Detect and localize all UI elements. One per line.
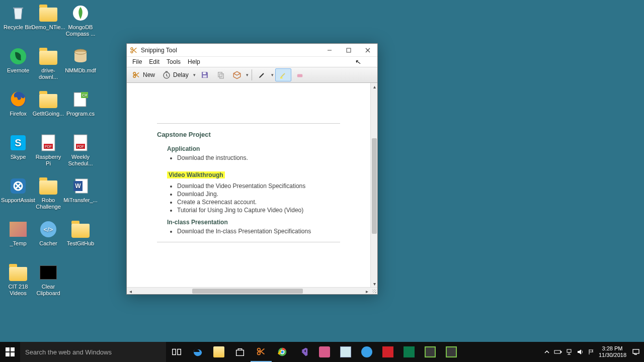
desktop-icon[interactable]: Robo Challenge [33,176,63,210]
desktop-icon[interactable]: Firefox [3,89,33,117]
pen-dropdown[interactable]: ▾ [271,68,274,81]
desktop-icon[interactable]: PDFRaspberry Pi [33,133,63,167]
desktop-icon[interactable]: C#Program.cs [65,89,96,117]
desktop-icon[interactable]: CIT 218 Videos [3,262,33,297]
desktop-icon[interactable]: SupportAssist [3,176,33,204]
send-button[interactable] [229,68,245,81]
capture-area: Capstone Project ApplicationDownload the… [127,83,377,287]
titlebar[interactable]: Snipping Tool [127,44,377,57]
new-label: New [143,71,155,78]
desktop-icon[interactable]: Demo_NTie... [33,3,63,31]
highlighter-button[interactable] [275,68,291,81]
taskbar-snipping-tool[interactable] [251,342,272,362]
taskbar-cacher[interactable] [356,342,377,362]
desktop-icon[interactable]: PDFWeekly Schedul... [65,133,96,167]
menu-tools[interactable]: Tools [163,58,184,66]
desktop-icon[interactable]: MongoDB Compass ... [65,3,96,37]
svg-rect-29 [203,72,206,74]
desktop-icon-label: MiTransfer_... [63,197,97,204]
desktop-icon-label: NMMDb.mdf [65,67,96,74]
taskbar-camtasia-2[interactable] [441,342,462,362]
desktop-icon-label: Firefox [10,111,27,117]
snipping-tool-window: Snipping Tool File Edit Tools Help New D… [126,43,378,295]
taskbar-search[interactable]: Search the web and Windows [20,342,166,362]
desktop-icon-label: Clear Clipboard [33,284,63,297]
tray-network-icon[interactable] [564,342,575,362]
taskbar-acrobat[interactable] [377,342,398,362]
horizontal-scrollbar[interactable]: ◂ ▸ [127,287,377,294]
scroll-left-icon[interactable]: ◂ [127,288,134,295]
folder-icon [8,262,28,283]
desktop-icon[interactable]: _Temp [3,219,33,247]
delay-dropdown[interactable]: ▾ [193,68,196,81]
delay-button[interactable]: Delay [159,68,192,81]
scroll-up-icon[interactable]: ▴ [371,83,378,90]
vertical-scrollbar[interactable]: ▴ ▾ [370,83,377,287]
system-tray: 3:28 PM 11/30/2018 [541,342,644,362]
taskbar-chrome[interactable] [272,342,293,362]
desktop-icon[interactable]: WMiTransfer_... [65,176,96,204]
desktop-icon[interactable]: </>Cacher [33,219,63,247]
doc-heading: Video Walkthrough [167,171,225,178]
folder-icon [38,3,58,23]
doc-list-item: Create a Screencast account. [177,199,355,206]
desktop-icon[interactable]: Clear Clipboard [33,262,63,297]
svg-text:C#: C# [82,93,88,98]
desktop-icon[interactable]: Recycle Bin [3,3,33,31]
doc-title: Capstone Project [157,131,355,138]
scroll-right-icon[interactable]: ▸ [363,288,370,295]
doc-heading: In-class Presentation [167,219,355,226]
save-button[interactable] [197,68,212,81]
taskbar-edge[interactable] [187,342,208,362]
taskbar-store[interactable] [229,342,251,362]
folder-icon [38,89,58,110]
task-view-button[interactable] [166,342,187,362]
tray-overflow-icon[interactable] [541,342,552,362]
desktop-icon-label: GetItGoing... [33,111,64,117]
desktop-icon-label: MongoDB Compass ... [65,24,96,37]
tray-battery-icon[interactable] [552,342,564,362]
taskbar-notepad[interactable] [335,342,356,362]
resize-grip[interactable] [370,287,377,294]
vscroll-thumb[interactable] [372,138,377,234]
action-center-button[interactable] [628,342,644,362]
desktop-icon[interactable]: TestGitHub [65,219,96,247]
start-button[interactable] [0,342,20,362]
copy-button[interactable] [213,68,228,81]
folder-icon [70,219,91,239]
menu-edit[interactable]: Edit [145,58,163,66]
eraser-button[interactable] [292,68,307,81]
svg-rect-34 [6,347,10,351]
taskbar-visual-studio[interactable] [293,342,314,362]
doc-list: Download the In-class Presentation Speci… [177,228,355,235]
desktop-icon[interactable]: Evernote [3,46,33,74]
tray-time: 3:28 PM [599,345,626,352]
svg-rect-37 [11,352,15,356]
send-dropdown[interactable]: ▾ [246,68,249,81]
doc-list-item: Download the Video Presentation Specific… [177,183,355,190]
close-button[interactable] [358,44,377,57]
pdf-icon: PDF [38,133,58,153]
pen-button[interactable] [255,68,270,81]
maximize-button[interactable] [339,44,358,57]
tray-flag-icon[interactable] [586,342,597,362]
taskbar-clock[interactable]: 3:28 PM 11/30/2018 [597,345,628,358]
desktop-icon[interactable]: NMMDb.mdf [65,46,96,74]
desktop-icon[interactable]: drive-downl... [33,46,63,80]
tray-volume-icon[interactable] [575,342,586,362]
menu-help[interactable]: Help [184,58,204,66]
new-snip-button[interactable]: New [129,68,158,81]
svg-rect-25 [347,48,351,52]
desktop-icon[interactable]: GetItGoing... [33,89,63,117]
desktop-icon[interactable]: SSkype [3,133,33,160]
taskbar-app-1[interactable] [314,342,335,362]
desktop-icon-label: SupportAssist [1,197,35,204]
hscroll-thumb[interactable] [192,289,303,294]
taskbar-file-explorer[interactable] [208,342,229,362]
doc-list-item: Download the In-class Presentation Speci… [177,228,355,235]
menu-file[interactable]: File [129,58,145,66]
taskbar-camtasia-1[interactable] [420,342,441,362]
taskbar-publisher[interactable] [398,342,420,362]
scroll-down-icon[interactable]: ▾ [371,280,378,287]
minimize-button[interactable] [320,44,339,57]
